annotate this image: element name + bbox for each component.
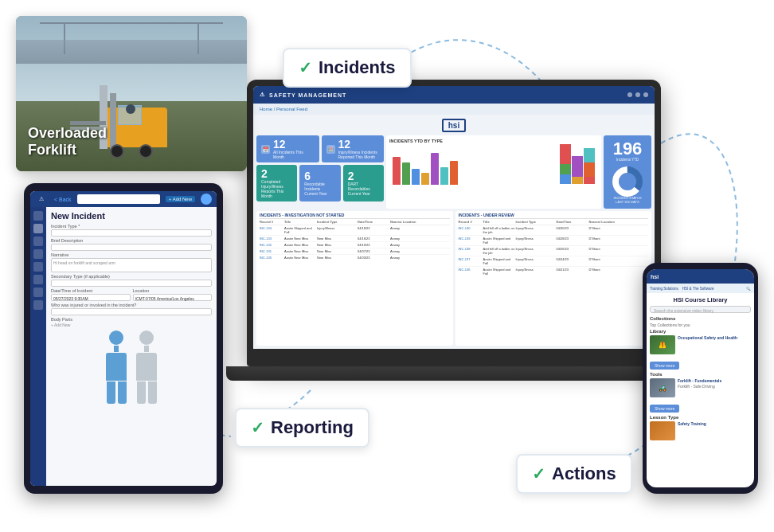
tools-label: Tools	[650, 372, 751, 377]
topbar-brand: ⚠	[260, 92, 264, 98]
actions-check-icon: ✓	[532, 464, 545, 483]
badge-actions: ✓ Actions	[516, 454, 632, 494]
badge-incidents: ✓ Incidents	[283, 48, 412, 88]
hsi-logo: hsi	[256, 118, 651, 132]
table1-header: Record #TitleIncident TypeDate/TimeNeare…	[260, 220, 450, 225]
phone-screen: hsi Training Solutions HSI & The Softwar…	[647, 269, 754, 487]
table2-rows: INC-140Add fell off a ladder on the jobI…	[459, 225, 649, 276]
form-datetime: Date/Time of Incident 05/27/2023 9:30AM	[51, 288, 131, 301]
incidents-label: Incidents	[319, 57, 396, 78]
screen-breadcrumb: Home / Personal Feed	[253, 104, 655, 115]
lesson-type-label: Lesson Type	[650, 415, 751, 420]
table2-title: INCIDENTS - UNDER REVIEW	[459, 213, 649, 219]
table2-header: Record #TitleIncident TypeDate/TimeNeare…	[459, 220, 649, 225]
forklift-card: Overloaded Forklift	[16, 16, 247, 171]
tablet-sidebar	[30, 207, 46, 486]
tablet-content: New Incident Incident Type * Brief Descr…	[46, 207, 217, 486]
badge-reporting: ✓ Reporting	[235, 408, 369, 448]
collections-desc: Top Collections for you	[650, 323, 751, 327]
phone-logo: hsi	[651, 274, 659, 280]
form-body-parts: Body Parts + Add New	[51, 317, 212, 327]
phone-container: hsi Training Solutions HSI & The Softwar…	[643, 263, 758, 494]
table1-rows: INC-134Austin Shipped and FallInjury/Ill…	[260, 225, 450, 260]
tablet-container: ⚠ < Back + Add New	[24, 183, 223, 494]
topbar-title: SAFETY MANAGEMENT	[269, 92, 346, 98]
actions-label: Actions	[552, 464, 616, 484]
form-location: Location ICMT-07/05 America/Los Angeles	[133, 288, 213, 301]
phone-search-input[interactable]: Search the extensive video library	[650, 306, 751, 313]
show-more-btn-1[interactable]: Show more	[650, 362, 679, 370]
form-narrative: Narrative Hi head on forklift and scrape…	[51, 252, 212, 272]
tablet-back-button[interactable]: < Back	[54, 197, 72, 202]
phone-section-title: HSI Course Library	[650, 296, 751, 303]
form-incident-type: Incident Type *	[51, 224, 212, 237]
forklift-label: Overloaded Forklift	[28, 125, 107, 159]
topbar-controls	[627, 92, 648, 97]
course-item-3: Safety Training	[650, 421, 751, 440]
tablet-page-title: New Incident	[51, 211, 212, 221]
show-more-btn-2[interactable]: Show more	[650, 405, 679, 413]
reporting-label: Reporting	[271, 417, 354, 438]
tablet-screen: ⚠ < Back + Add New	[30, 191, 217, 486]
table1-title: INCIDENTS - INVESTIGATION NOT STARTED	[260, 213, 450, 219]
library-label: Library	[650, 329, 751, 334]
body-diagram	[51, 331, 212, 404]
tablet-add-button[interactable]: + Add New	[166, 196, 195, 202]
phone-topbar: hsi	[647, 269, 754, 284]
laptop-base	[226, 366, 682, 381]
collections-label: Collections	[650, 316, 751, 321]
stat-completed-reports: 2 Completed Injury/IllnessReports This M…	[256, 165, 297, 201]
phone-nav: Training Solutions HSI & The Software 🔍	[647, 284, 754, 293]
stat-dart: 2 DART RecordablesCurrent Year	[343, 165, 384, 201]
form-brief-desc: Brief Description	[51, 238, 212, 251]
table-investigation: INCIDENTS - INVESTIGATION NOT STARTED Re…	[256, 211, 453, 346]
phone-content: HSI Course Library Search the extensive …	[647, 293, 754, 444]
form-secondary-type: Secondary Type (if applicable)	[51, 274, 212, 287]
tablet-outer: ⚠ < Back + Add New	[24, 183, 223, 494]
tablet-topbar: ⚠ < Back + Add New	[30, 191, 217, 207]
course-item-2: 🚜 Forklift - Fundamentals Forklift - Saf…	[650, 378, 751, 397]
screen-main: hsi 📅 12 All Incidents This Month	[253, 115, 655, 349]
laptop-container: ⚠ SAFETY MANAGEMENT Home / Personal Feed…	[247, 80, 661, 382]
tables-section: INCIDENTS - INVESTIGATION NOT STARTED Re…	[256, 211, 651, 346]
stat-injury-incidents: 🏥 12 Injury/Illness IncidentsReported Th…	[322, 135, 385, 162]
table-review: INCIDENTS - UNDER REVIEW Record #TitleIn…	[455, 211, 652, 346]
stat-ytd: 196 Incidents YTD INCIDENT STATUSLAST 36…	[604, 135, 651, 209]
laptop-outer: ⚠ SAFETY MANAGEMENT Home / Personal Feed…	[247, 80, 661, 366]
phone-outer: hsi Training Solutions HSI & The Softwar…	[643, 263, 758, 494]
tablet-search-input[interactable]	[77, 194, 160, 204]
incidents-check-icon: ✓	[299, 58, 312, 77]
chart-area: INCIDENTS YTD BY TYPE	[386, 135, 601, 209]
form-who-injured: Who was injured or involved in the incid…	[51, 303, 212, 315]
stat-all-incidents: 📅 12 All Incidents This Month	[256, 135, 319, 162]
course-item-1: 🦺 Occupational Safety and Health	[650, 335, 751, 354]
screen-topbar: ⚠ SAFETY MANAGEMENT	[253, 86, 655, 104]
laptop-screen: ⚠ SAFETY MANAGEMENT Home / Personal Feed…	[253, 86, 655, 349]
reporting-check-icon: ✓	[251, 418, 264, 437]
stat-recordable: 6 Recordable IncidentsCurrent Year	[299, 165, 340, 201]
